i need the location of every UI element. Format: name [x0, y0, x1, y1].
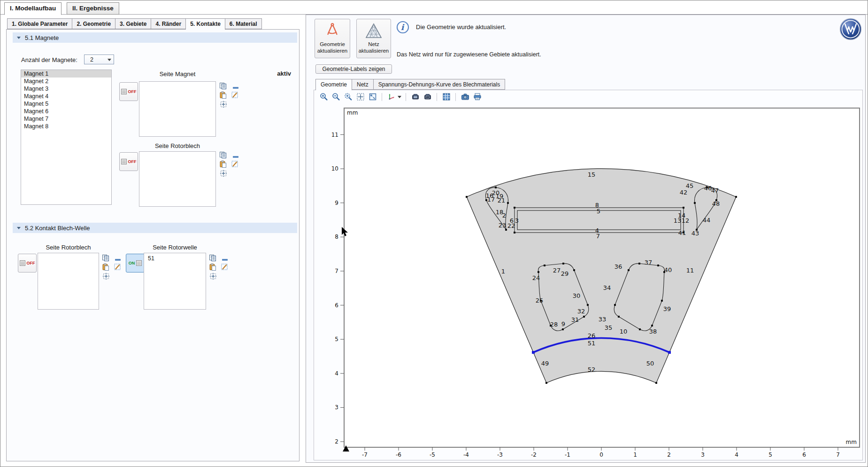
svg-text:37: 37	[645, 259, 653, 266]
subtab-kontakte[interactable]: 5. Kontakte	[186, 18, 225, 30]
svg-text:10: 10	[620, 328, 628, 335]
svg-text:9: 9	[335, 200, 338, 206]
copy-button[interactable]	[219, 151, 227, 159]
gtab-netz[interactable]: Netz	[352, 79, 374, 90]
list-item-magnet2[interactable]: Magnet 2	[21, 78, 111, 85]
svg-text:26: 26	[588, 332, 596, 339]
svg-text:35: 35	[605, 324, 613, 331]
list-item-magnet5[interactable]: Magnet 5	[21, 100, 111, 108]
tab-modellaufbau[interactable]: I. Modellaufbau	[4, 2, 61, 15]
zoom-to-selection-button[interactable]	[209, 272, 217, 280]
geometrie-labels-zeigen-button[interactable]: Geometrie-Labels zeigen	[315, 64, 392, 74]
copy-button[interactable]	[209, 254, 216, 262]
toggle-state-label: OFF	[128, 89, 137, 94]
svg-text:27: 27	[553, 267, 561, 274]
list-item-magnet4[interactable]: Magnet 4	[21, 93, 111, 100]
paste-button[interactable]	[102, 263, 109, 271]
netz-aktualisieren-button[interactable]: Netz aktualisieren	[356, 19, 391, 58]
seite-rotorblech-toggle[interactable]: OFF	[119, 152, 138, 171]
list-item-magnet7[interactable]: Magnet 7	[21, 115, 111, 123]
export-image-icon[interactable]	[410, 92, 420, 102]
zoom-out-icon[interactable]	[331, 92, 341, 102]
copy-button[interactable]	[102, 254, 109, 262]
tab-ergebnisse[interactable]: II. Ergebnisse	[67, 2, 119, 15]
gtab-spannungs-dehnungs-kurve[interactable]: Spannungs-Dehnungs-Kurve des Blechmateri…	[374, 79, 505, 90]
application-window: I. Modellaufbau II. Ergebnisse 1. Global…	[0, 0, 868, 467]
list-item-magnet6[interactable]: Magnet 6	[21, 108, 111, 115]
zoom-to-selection-button[interactable]	[102, 272, 110, 280]
paste-button[interactable]	[219, 160, 227, 168]
kontakt-rotorwelle-toggle[interactable]: ON	[126, 254, 145, 272]
svg-text:5: 5	[335, 336, 338, 342]
section-title: 5.1 Magnete	[25, 34, 59, 41]
list-item-magnet8[interactable]: Magnet 8	[21, 123, 111, 130]
geometry-plot[interactable]: 1234567891011121314151617181920212223242…	[314, 103, 863, 460]
seite-rotorblech-selection-box[interactable]	[139, 151, 216, 207]
svg-text:20: 20	[492, 189, 500, 196]
svg-text:6: 6	[335, 302, 338, 309]
list-item-magnet3[interactable]: Magnet 3	[21, 85, 111, 93]
aktiv-label: aktiv	[241, 70, 291, 77]
remove-button[interactable]	[232, 84, 239, 92]
seite-magnet-toggle[interactable]: OFF	[119, 82, 138, 101]
copy-button[interactable]	[219, 82, 227, 90]
svg-text:-5: -5	[430, 451, 435, 458]
zoom-to-selection-button[interactable]	[220, 101, 227, 108]
svg-text:5: 5	[768, 451, 772, 458]
zoom-box-icon[interactable]	[343, 92, 353, 102]
subtab-raender[interactable]: 4. Ränder	[151, 18, 186, 29]
gtab-geometrie[interactable]: Geometrie	[315, 79, 352, 90]
seite-magnet-selection-box[interactable]	[139, 81, 216, 137]
anzahl-magnete-select[interactable]: 2	[84, 54, 114, 64]
geometrie-aktualisieren-button[interactable]: Geometrie aktualisieren	[315, 19, 350, 58]
mesh-triangle-icon	[364, 22, 383, 40]
snapshot-icon[interactable]	[460, 92, 470, 102]
kontakt-rotorwelle-selection-box[interactable]: 51	[144, 253, 206, 310]
paste-button[interactable]	[209, 263, 216, 271]
kontakt-rotorblech-toggle[interactable]: OFF	[18, 254, 37, 272]
magnet-list[interactable]: Magnet 1 Magnet 2 Magnet 3 Magnet 4 Magn…	[21, 70, 112, 205]
copy-image-icon[interactable]	[422, 92, 432, 102]
subtab-geometrie[interactable]: 2. Geometrie	[72, 18, 115, 29]
kontakt-rotorblech-selection-box[interactable]	[38, 253, 99, 310]
info-message-geometrie: Die Geometrie wurde aktualisiert.	[416, 23, 506, 31]
clear-selection-button[interactable]	[114, 263, 121, 271]
section-header-kontakt-blech-welle[interactable]: 5.2 Kontakt Blech-Welle	[13, 223, 297, 233]
svg-text:32: 32	[577, 308, 585, 315]
svg-text:22: 22	[507, 222, 515, 229]
collapse-icon	[17, 37, 21, 39]
subtab-gebiete[interactable]: 3. Gebiete	[115, 18, 151, 29]
button-label: Netz aktualisieren	[359, 41, 389, 54]
view-orientation-icon[interactable]	[386, 92, 396, 102]
paste-button[interactable]	[219, 91, 227, 99]
subtab-globale-parameter[interactable]: 1. Globale Parameter	[7, 18, 72, 29]
section-header-magnete[interactable]: 5.1 Magnete	[13, 32, 297, 43]
model-subtabs: 1. Globale Parameter 2. Geometrie 3. Geb…	[7, 18, 262, 30]
toggle-state-label: OFF	[27, 261, 35, 265]
graphics-tabs: Geometrie Netz Spannungs-Dehnungs-Kurve …	[315, 79, 505, 90]
print-icon[interactable]	[472, 92, 482, 102]
zoom-in-icon[interactable]	[319, 92, 329, 102]
clear-selection-button[interactable]	[231, 91, 238, 99]
svg-text:8: 8	[595, 202, 599, 209]
clear-selection-button[interactable]	[221, 263, 228, 271]
toggle-checkbox	[20, 260, 25, 266]
zoom-to-selection-button[interactable]	[220, 170, 227, 177]
svg-text:25: 25	[536, 297, 544, 304]
remove-button[interactable]	[232, 153, 239, 161]
svg-text:51: 51	[588, 340, 596, 347]
fit-window-icon[interactable]	[368, 92, 377, 102]
list-item-magnet1[interactable]: Magnet 1	[21, 70, 111, 78]
svg-text:1: 1	[501, 268, 505, 275]
x-axis-unit-label: mm	[846, 439, 857, 445]
svg-text:7: 7	[596, 233, 600, 240]
remove-button[interactable]	[114, 256, 122, 264]
zoom-extents-icon[interactable]	[355, 92, 365, 102]
subtab-material[interactable]: 6. Material	[225, 18, 262, 29]
svg-text:-3: -3	[497, 451, 503, 458]
remove-button[interactable]	[221, 256, 229, 264]
view-orientation-dropdown-icon[interactable]	[398, 96, 401, 98]
clear-selection-button[interactable]	[231, 160, 238, 168]
grid-toggle-icon[interactable]	[441, 92, 451, 102]
svg-text:0: 0	[599, 451, 603, 458]
